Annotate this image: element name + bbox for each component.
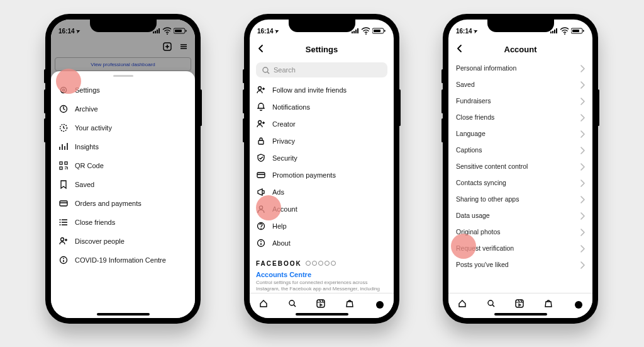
- account-item-captions[interactable]: Captions: [456, 142, 585, 158]
- settings-item-ads[interactable]: Ads: [256, 183, 387, 200]
- settings-item-security[interactable]: Security: [256, 149, 387, 166]
- tab-home[interactable]: [257, 297, 271, 311]
- chevron-right-icon: [577, 113, 585, 122]
- home-indicator[interactable]: [494, 313, 547, 316]
- search-input[interactable]: Search: [256, 62, 387, 77]
- phone-account: 16:14 ➤ Account Personal information Sav…: [443, 14, 598, 324]
- menu-item-bookmark[interactable]: Saved: [58, 175, 187, 194]
- tab-reels[interactable]: [314, 297, 328, 311]
- back-button[interactable]: [455, 43, 465, 56]
- tab-shop[interactable]: [343, 297, 357, 311]
- account-item-fundraisers[interactable]: Fundraisers: [456, 93, 585, 109]
- tab-shop[interactable]: [542, 297, 556, 311]
- sheet-grabber[interactable]: [113, 75, 133, 77]
- clock-label: 16:14: [58, 28, 75, 35]
- back-button[interactable]: [256, 43, 266, 56]
- settings-item-about[interactable]: About: [256, 234, 387, 251]
- gear-icon: [58, 85, 69, 95]
- user-icon: [256, 204, 266, 214]
- account-item-label: Request verification: [456, 244, 514, 252]
- menu-item-clock[interactable]: Your activity: [58, 118, 187, 137]
- account-item-label: Language: [456, 130, 486, 137]
- location-icon: ➤: [75, 28, 81, 35]
- menu-item-label: Insights: [75, 143, 99, 151]
- account-item-label: Saved: [456, 81, 475, 88]
- shield-icon: [256, 153, 266, 163]
- accounts-centre-link[interactable]: Accounts Centre: [256, 271, 387, 278]
- facebook-heading: FACEBOOK: [256, 260, 387, 267]
- settings-item-privacy[interactable]: Privacy: [256, 132, 387, 149]
- qr-icon: [58, 161, 69, 171]
- account-item-data-usage[interactable]: Data usage: [456, 207, 585, 224]
- lock-icon: [256, 136, 266, 146]
- home-indicator[interactable]: [97, 313, 150, 316]
- menu-item-list[interactable]: Close friends: [58, 213, 187, 232]
- settings-item-account[interactable]: Account: [256, 200, 387, 217]
- megaphone-icon: [256, 187, 266, 197]
- tab-search[interactable]: [286, 297, 300, 311]
- settings-item-notifications[interactable]: Notifications: [256, 98, 387, 115]
- account-item-personal-information[interactable]: Personal information: [456, 60, 585, 76]
- chevron-right-icon: [577, 96, 585, 105]
- clock-icon: [58, 123, 69, 133]
- account-item-request-verification[interactable]: Request verification: [456, 240, 585, 256]
- settings-item-promotion-payments[interactable]: Promotion payments: [256, 166, 387, 183]
- settings-item-help[interactable]: Help: [256, 217, 387, 234]
- account-item-label: Sensitive content control: [456, 162, 528, 170]
- card-icon: [256, 170, 266, 180]
- tab-search[interactable]: [485, 297, 499, 311]
- account-item-posts-you-ve-liked[interactable]: Posts you've liked: [456, 256, 585, 273]
- menu-item-history[interactable]: Archive: [58, 100, 187, 118]
- tab-home[interactable]: [456, 297, 470, 311]
- tab-reels[interactable]: [513, 297, 527, 311]
- settings-item-creator[interactable]: Creator: [256, 115, 387, 132]
- nav-header: Settings: [250, 38, 394, 60]
- chevron-right-icon: [577, 211, 585, 220]
- menu-item-qr[interactable]: QR Code: [58, 156, 187, 175]
- account-item-original-photos[interactable]: Original photos: [456, 224, 585, 240]
- menu-item-gear[interactable]: Settings: [58, 81, 187, 100]
- menu-icon[interactable]: [179, 42, 189, 54]
- info-icon: [256, 238, 266, 248]
- settings-item-label: Notifications: [272, 103, 310, 111]
- account-item-sharing-to-other-apps[interactable]: Sharing to other apps: [456, 191, 585, 207]
- menu-item-card[interactable]: Orders and payments: [58, 194, 187, 213]
- tab-profile[interactable]: [571, 297, 585, 311]
- adduser-icon: [58, 236, 69, 246]
- account-item-saved[interactable]: Saved: [456, 76, 585, 93]
- home-indicator[interactable]: [296, 313, 348, 316]
- wifi-icon: [560, 26, 569, 35]
- menu-item-label: QR Code: [75, 162, 104, 169]
- chevron-right-icon: [577, 227, 585, 236]
- settings-item-follow-and-invite-friends[interactable]: Follow and invite friends: [256, 81, 387, 98]
- account-item-label: Sharing to other apps: [456, 195, 519, 203]
- history-icon: [58, 104, 69, 114]
- battery-icon: [571, 27, 585, 35]
- menu-item-info[interactable]: COVID-19 Information Centre: [58, 251, 187, 270]
- account-item-label: Captions: [456, 146, 482, 154]
- account-item-sensitive-content-control[interactable]: Sensitive content control: [456, 158, 585, 174]
- list-icon: [58, 217, 69, 227]
- account-item-label: Posts you've liked: [456, 261, 509, 268]
- bookmark-icon: [58, 179, 69, 190]
- location-icon: ➤: [472, 28, 479, 35]
- menu-item-label: Your activity: [75, 124, 112, 132]
- account-item-contacts-syncing[interactable]: Contacts syncing: [456, 174, 585, 191]
- account-item-language[interactable]: Language: [456, 125, 585, 142]
- chevron-right-icon: [577, 195, 585, 203]
- settings-item-label: Privacy: [272, 137, 295, 145]
- new-post-icon[interactable]: [162, 42, 172, 54]
- card-icon: [58, 198, 69, 208]
- menu-item-insights[interactable]: Insights: [58, 137, 187, 156]
- menu-item-label: COVID-19 Information Centre: [75, 256, 166, 264]
- clock-label: 16:14: [257, 28, 274, 35]
- tab-profile[interactable]: [372, 297, 386, 311]
- settings-item-label: Security: [272, 154, 297, 162]
- menu-item-adduser[interactable]: Discover people: [58, 232, 187, 251]
- menu-item-label: Orders and payments: [75, 200, 142, 207]
- menu-sheet: Settings Archive Your activity Insights …: [51, 71, 195, 318]
- account-item-close-friends[interactable]: Close friends: [456, 109, 585, 125]
- search-icon: [261, 65, 270, 74]
- chevron-right-icon: [577, 129, 585, 138]
- pro-dashboard-banner[interactable]: View professional dashboard: [55, 57, 191, 71]
